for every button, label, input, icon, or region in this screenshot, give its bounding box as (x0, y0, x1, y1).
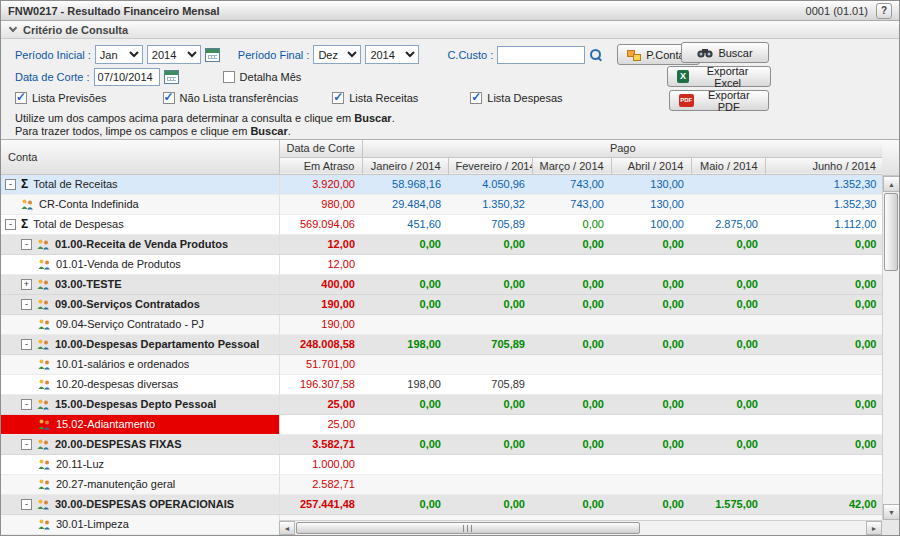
collapse-icon[interactable]: - (21, 499, 32, 510)
em-atraso-cell[interactable]: 3.582,71 (279, 434, 362, 454)
amount-cell[interactable]: 0,00 (532, 334, 611, 354)
amount-cell[interactable] (448, 474, 532, 494)
amount-cell[interactable] (691, 194, 765, 214)
amount-cell[interactable]: 0,00 (532, 214, 611, 234)
amount-cell[interactable]: 0,00 (532, 274, 611, 294)
amount-cell[interactable]: 0,00 (611, 494, 691, 514)
em-atraso-cell[interactable]: 400,00 (279, 274, 362, 294)
em-atraso-cell[interactable]: 196.307,58 (279, 374, 362, 394)
amount-cell[interactable] (362, 454, 448, 474)
amount-cell[interactable]: 0,00 (765, 274, 884, 294)
periodo-final-month-select[interactable]: Dez (313, 45, 361, 64)
amount-cell[interactable]: 1.352,30 (765, 194, 884, 214)
help-button[interactable]: ? (876, 3, 892, 19)
amount-cell[interactable]: 0,00 (611, 434, 691, 454)
amount-cell[interactable] (691, 354, 765, 374)
conta-cell[interactable]: 20.11-Luz (1, 454, 279, 474)
amount-cell[interactable]: 0,00 (691, 234, 765, 254)
amount-cell[interactable] (532, 474, 611, 494)
amount-cell[interactable]: 0,00 (532, 434, 611, 454)
conta-cell[interactable]: -10.00-Despesas Departamento Pessoal (1, 334, 279, 354)
em-atraso-cell[interactable]: 257.441,48 (279, 494, 362, 514)
amount-cell[interactable]: 0,00 (611, 294, 691, 314)
collapse-icon[interactable]: - (21, 399, 32, 410)
scroll-right-icon[interactable]: ► (866, 521, 882, 535)
conta-cell[interactable]: -ΣTotal de Despesas (1, 214, 279, 234)
table-row[interactable]: CR-Conta Indefinida980,0029.484,081.350,… (1, 194, 884, 214)
conta-cell[interactable]: -20.00-DESPESAS FIXAS (1, 434, 279, 454)
em-atraso-cell[interactable]: 3.920,00 (279, 174, 362, 194)
horizontal-scrollbar[interactable]: ◄ ► (279, 520, 882, 535)
amount-cell[interactable] (611, 254, 691, 274)
amount-cell[interactable] (691, 414, 765, 434)
em-atraso-cell[interactable]: 25,00 (279, 394, 362, 414)
amount-cell[interactable]: 0,00 (691, 274, 765, 294)
amount-cell[interactable]: 705,89 (448, 374, 532, 394)
amount-cell[interactable]: 0,00 (448, 234, 532, 254)
table-row[interactable]: -09.00-Serviços Contratados190,000,000,0… (1, 294, 884, 314)
column-header-conta[interactable]: Conta (1, 140, 279, 174)
amount-cell[interactable] (611, 374, 691, 394)
collapse-icon[interactable]: - (21, 439, 32, 450)
amount-cell[interactable]: 29.484,08 (362, 194, 448, 214)
table-row[interactable]: -10.00-Despesas Departamento Pessoal248.… (1, 334, 884, 354)
calendar-icon[interactable] (205, 48, 220, 62)
amount-cell[interactable] (362, 254, 448, 274)
table-row[interactable]: -15.00-Despesas Depto Pessoal25,000,000,… (1, 394, 884, 414)
checkbox-icon[interactable] (332, 92, 344, 104)
conta-cell[interactable]: -ΣTotal de Receitas (1, 174, 279, 194)
collapse-icon[interactable]: - (5, 179, 16, 190)
conta-cell[interactable]: 01.01-Venda de Produtos (1, 254, 279, 274)
conta-cell[interactable]: 10.01-salários e ordenados (1, 354, 279, 374)
table-row[interactable]: 10.20-despesas diversas196.307,58198,007… (1, 374, 884, 394)
table-row[interactable]: -01.00-Receita de Venda Produtos12,000,0… (1, 234, 884, 254)
data-corte-input[interactable] (94, 68, 160, 86)
column-header-month[interactable]: Março / 2014 (532, 157, 611, 174)
conta-cell[interactable]: 09.04-Serviço Contratado - PJ (1, 314, 279, 334)
amount-cell[interactable] (532, 374, 611, 394)
amount-cell[interactable] (765, 254, 884, 274)
conta-cell[interactable]: -01.00-Receita de Venda Produtos (1, 234, 279, 254)
amount-cell[interactable]: 0,00 (765, 394, 884, 414)
amount-cell[interactable]: 0,00 (448, 394, 532, 414)
amount-cell[interactable] (765, 414, 884, 434)
amount-cell[interactable] (448, 414, 532, 434)
amount-cell[interactable] (611, 414, 691, 434)
amount-cell[interactable] (765, 474, 884, 494)
lista-previsoes-checkbox[interactable]: Lista Previsões (15, 92, 107, 104)
detalha-mes-checkbox[interactable]: Detalha Mês (223, 71, 302, 83)
collapse-icon[interactable]: - (21, 339, 32, 350)
amount-cell[interactable]: 198,00 (362, 374, 448, 394)
amount-cell[interactable]: 0,00 (611, 394, 691, 414)
conta-cell[interactable]: CR-Conta Indefinida (1, 194, 279, 214)
criteria-panel-header[interactable]: Critério de Consulta (1, 21, 899, 39)
amount-cell[interactable] (611, 314, 691, 334)
checkbox-icon[interactable] (163, 92, 175, 104)
checkbox-icon[interactable] (15, 92, 27, 104)
amount-cell[interactable]: 0,00 (362, 234, 448, 254)
amount-cell[interactable]: 0,00 (691, 334, 765, 354)
amount-cell[interactable]: 42,00 (765, 494, 884, 514)
table-row[interactable]: 09.04-Serviço Contratado - PJ190,00 (1, 314, 884, 334)
buscar-button[interactable]: Buscar (681, 42, 769, 63)
amount-cell[interactable]: 0,00 (448, 494, 532, 514)
amount-cell[interactable]: 0,00 (691, 394, 765, 414)
amount-cell[interactable]: 0,00 (691, 434, 765, 454)
amount-cell[interactable]: 0,00 (532, 394, 611, 414)
conta-cell[interactable]: 15.02-Adiantamento (1, 414, 279, 434)
em-atraso-cell[interactable]: 190,00 (279, 294, 362, 314)
em-atraso-cell[interactable]: 980,00 (279, 194, 362, 214)
amount-cell[interactable]: 2.875,00 (691, 214, 765, 234)
amount-cell[interactable]: 0,00 (691, 294, 765, 314)
amount-cell[interactable] (691, 454, 765, 474)
amount-cell[interactable]: 0,00 (362, 394, 448, 414)
table-row[interactable]: -ΣTotal de Receitas3.920,0058.968,164.05… (1, 174, 884, 194)
amount-cell[interactable]: 0,00 (362, 294, 448, 314)
em-atraso-cell[interactable]: 12,00 (279, 254, 362, 274)
amount-cell[interactable] (448, 314, 532, 334)
conta-cell[interactable]: -30.00-DESPESAS OPERACIONAIS (1, 494, 279, 514)
column-header-month[interactable]: Junho / 2014 (765, 157, 884, 174)
conta-cell[interactable]: -09.00-Serviços Contratados (1, 294, 279, 314)
vertical-scrollbar-thumb[interactable] (884, 193, 898, 271)
table-row[interactable]: 01.01-Venda de Produtos12,00 (1, 254, 884, 274)
